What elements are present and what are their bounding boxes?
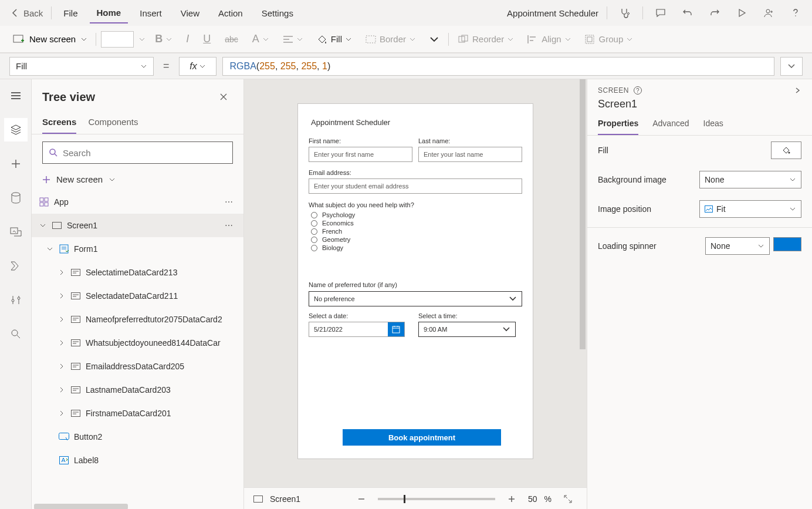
- media-rail-button[interactable]: [4, 220, 28, 244]
- tree-item-card[interactable]: LastnameDataCard203: [32, 378, 243, 402]
- data-rail-button[interactable]: [4, 186, 28, 210]
- prop-spinner-select[interactable]: None: [705, 237, 770, 255]
- expand-formula-button[interactable]: [780, 57, 803, 76]
- tree-tab-components[interactable]: Components: [88, 111, 138, 134]
- book-appointment-button[interactable]: Book appointment: [343, 429, 501, 446]
- tab-view[interactable]: View: [174, 4, 207, 23]
- chevron-right-icon[interactable]: [57, 316, 66, 322]
- tree-item-card[interactable]: FirstnameDataCard201: [32, 402, 243, 425]
- help-button[interactable]: [786, 4, 805, 22]
- back-button[interactable]: Back: [7, 6, 46, 21]
- tools-rail-button[interactable]: [4, 288, 28, 312]
- zoom-in-button[interactable]: [502, 490, 521, 508]
- formula-input[interactable]: RGBA(255, 255, 255, 1): [222, 57, 774, 76]
- tree-tab-screens[interactable]: Screens: [42, 111, 76, 134]
- zoom-out-button[interactable]: [352, 490, 371, 508]
- property-selector[interactable]: Fill: [9, 57, 154, 76]
- props-tab-properties[interactable]: Properties: [598, 119, 638, 135]
- chevron-right-icon[interactable]: [794, 87, 801, 94]
- tree-horizontal-scrollbar[interactable]: [34, 504, 128, 509]
- app-checker-button[interactable]: [615, 4, 634, 22]
- search-rail-button[interactable]: [4, 322, 28, 346]
- radio-french[interactable]: French: [311, 228, 522, 235]
- more-icon[interactable]: ⋯: [225, 221, 236, 230]
- close-tree-button[interactable]: [214, 87, 233, 106]
- align-button[interactable]: [278, 33, 307, 46]
- prop-fill-swatch[interactable]: [771, 141, 801, 159]
- tree-item-card[interactable]: SelectadateDataCard211: [32, 284, 243, 308]
- help-icon[interactable]: ?: [634, 86, 642, 95]
- tree-view-rail-button[interactable]: [4, 118, 28, 141]
- font-color-button[interactable]: A: [248, 31, 273, 48]
- more-icon[interactable]: ⋯: [225, 197, 236, 207]
- italic-button[interactable]: I: [181, 31, 194, 48]
- chevron-down-icon[interactable]: [39, 223, 47, 228]
- undo-button[interactable]: [678, 4, 697, 22]
- fx-button[interactable]: fx: [179, 57, 216, 76]
- hamburger-button[interactable]: [4, 84, 28, 107]
- chevron-right-icon[interactable]: [57, 340, 66, 346]
- align-objects-button[interactable]: Align: [523, 32, 575, 46]
- prop-spinner-color[interactable]: [773, 237, 801, 251]
- strikethrough-button[interactable]: abc: [220, 32, 243, 46]
- comments-button[interactable]: [651, 4, 670, 22]
- tab-file[interactable]: File: [56, 4, 84, 23]
- tab-settings[interactable]: Settings: [255, 4, 300, 23]
- radio-economics[interactable]: Economics: [311, 220, 522, 227]
- preview-button[interactable]: [732, 4, 751, 22]
- chevron-right-icon[interactable]: [57, 269, 66, 275]
- tree-item-card[interactable]: Nameofpreferredtutor2075DataCard2: [32, 308, 243, 331]
- border-button[interactable]: Border: [361, 32, 420, 46]
- tree-item-app[interactable]: App ⋯: [32, 190, 243, 214]
- tree-item-card[interactable]: EmailaddressDataCard205: [32, 355, 243, 378]
- prop-imgpos-select[interactable]: Fit: [699, 200, 801, 218]
- bold-button[interactable]: B: [150, 31, 177, 48]
- group-button[interactable]: Group: [580, 32, 638, 46]
- chevron-right-icon[interactable]: [57, 410, 66, 416]
- redo-button[interactable]: [705, 4, 724, 22]
- tab-home[interactable]: Home: [90, 3, 128, 23]
- radio-geometry[interactable]: Geometry: [311, 236, 522, 243]
- tree-search-box[interactable]: [42, 141, 233, 164]
- tree-item-button2[interactable]: Button2: [32, 425, 243, 449]
- canvas-vertical-scrollbar[interactable]: [580, 79, 586, 487]
- chevron-right-icon[interactable]: [57, 293, 66, 299]
- props-tab-advanced[interactable]: Advanced: [652, 119, 689, 135]
- flows-rail-button[interactable]: [4, 254, 28, 278]
- calendar-icon[interactable]: [388, 322, 404, 336]
- tab-insert[interactable]: Insert: [133, 4, 169, 23]
- canvas-viewport[interactable]: Appointment Scheduler First name: Enter …: [244, 79, 587, 487]
- more-format-button[interactable]: [425, 32, 444, 46]
- share-button[interactable]: [759, 4, 778, 22]
- radio-biology[interactable]: Biology: [311, 244, 522, 251]
- tab-action[interactable]: Action: [211, 4, 250, 23]
- insert-rail-button[interactable]: [4, 152, 28, 176]
- tutor-select[interactable]: No preference: [309, 291, 522, 306]
- email-input[interactable]: Enter your student email address: [309, 178, 522, 194]
- underline-button[interactable]: U: [198, 31, 215, 48]
- chevron-right-icon[interactable]: [57, 387, 66, 393]
- tree-new-screen-button[interactable]: New screen: [32, 171, 243, 190]
- tree-item-card[interactable]: Whatsubjectdoyouneed8144DataCar: [32, 331, 243, 355]
- lastname-input[interactable]: Enter your last name: [418, 147, 522, 162]
- props-tab-ideas[interactable]: Ideas: [703, 119, 723, 135]
- firstname-input[interactable]: Enter your first name: [309, 147, 412, 162]
- app-preview-screen[interactable]: Appointment Scheduler First name: Enter …: [298, 104, 533, 459]
- reorder-button[interactable]: Reorder: [454, 32, 518, 46]
- fill-button[interactable]: Fill: [312, 32, 356, 47]
- chevron-down-icon[interactable]: [46, 246, 54, 252]
- tree-item-card[interactable]: SelectatimeDataCard213: [32, 261, 243, 284]
- prop-bgimage-select[interactable]: None: [699, 171, 801, 188]
- time-select[interactable]: 9:00 AM: [418, 322, 516, 337]
- radio-psychology[interactable]: Psychology: [311, 211, 522, 218]
- fit-button[interactable]: [559, 490, 577, 508]
- date-picker[interactable]: 5/21/2022: [309, 322, 405, 337]
- tree-item-screen1[interactable]: Screen1 ⋯: [32, 214, 243, 237]
- tree-item-form1[interactable]: Form1: [32, 237, 243, 261]
- tree-search-input[interactable]: [63, 148, 226, 158]
- chevron-right-icon[interactable]: [57, 363, 66, 369]
- tree-item-label8[interactable]: Label8: [32, 449, 243, 472]
- new-screen-toolbar-button[interactable]: New screen: [9, 32, 91, 46]
- font-color-swatch[interactable]: [101, 31, 134, 48]
- zoom-slider[interactable]: [378, 498, 495, 500]
